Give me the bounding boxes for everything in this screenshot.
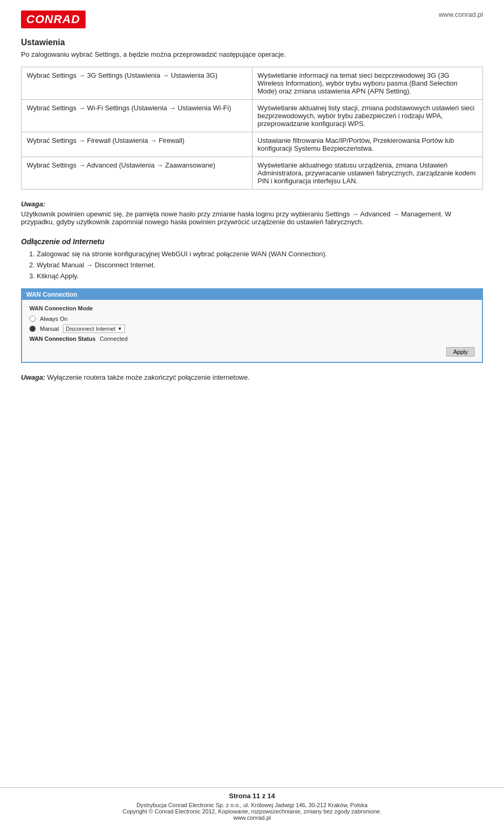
page-footer: Strona 11 z 14 Dystrybucja Conrad Electr… xyxy=(0,787,504,825)
wan-mode-label: WAN Connection Mode xyxy=(29,305,475,311)
intro-text: Po zalogowaniu wybrać Settings, a będzie… xyxy=(21,50,483,58)
header-website: www.conrad.pl xyxy=(438,11,483,18)
list-item: Zalogować się na stronie konfiguracyjnej… xyxy=(37,250,483,258)
wan-body: WAN Connection Mode Always On Manual Dis… xyxy=(22,300,482,362)
footer-website: www.conrad.pl xyxy=(21,814,483,821)
list-item: Kliknąć Apply. xyxy=(37,272,483,280)
footer-company: Dystrybucja Conrad Electronic Sp. z o.o.… xyxy=(21,802,483,808)
table-cell-left-1: Wybrać Settings → Wi-Fi Settings (Ustawi… xyxy=(22,100,253,132)
wan-apply-row: Apply xyxy=(29,347,475,357)
table-row: Wybrać Settings → 3G Settings (Ustawieni… xyxy=(22,67,483,100)
wan-option1-value: Always On xyxy=(40,316,68,322)
page-header: CONRAD www.conrad.pl xyxy=(21,11,483,28)
note1-text: Użytkownik powinien upewnić się, że pami… xyxy=(21,210,483,226)
note1-label: Uwaga: xyxy=(21,200,483,208)
note2-section: Uwaga: Wyłączenie routera także może zak… xyxy=(21,373,483,381)
logo: CONRAD xyxy=(21,11,86,28)
wan-radio-1[interactable] xyxy=(29,316,36,322)
list-item: Wybrać Manual → Disconnect Internet. xyxy=(37,261,483,269)
footer-copyright: Copyright © Conrad Electronic 2012, Kopi… xyxy=(21,808,483,814)
disconnect-steps: Zalogować się na stronie konfiguracyjnej… xyxy=(37,250,483,280)
table-cell-left-3: Wybrać Settings → Advanced (Ustawienia →… xyxy=(22,157,253,190)
table-cell-right-3: Wyświetlanie aktualnego statusu urządzen… xyxy=(252,157,483,190)
table-row: Wybrać Settings → Advanced (Ustawienia →… xyxy=(22,157,483,190)
table-cell-right-1: Wyświetlanie aktualnej listy stacji, zmi… xyxy=(252,100,483,132)
settings-table: Wybrać Settings → 3G Settings (Ustawieni… xyxy=(21,67,483,190)
note2-text: Wyłączenie routera także może zakończyć … xyxy=(47,373,250,381)
wan-status-value: Connected xyxy=(100,336,128,342)
disconnect-section: Odłączenie od Internetu Zalogować się na… xyxy=(21,237,483,280)
note1-section: Uwaga: Użytkownik powinien upewnić się, … xyxy=(21,200,483,226)
wan-option2-prefix: Manual xyxy=(40,326,59,332)
wan-dropdown-value: Disconnect Internet xyxy=(66,326,116,332)
table-row: Wybrać Settings → Firewall (Ustawienia →… xyxy=(22,132,483,157)
wan-status-row: WAN Connection Status Connected xyxy=(29,336,475,342)
wan-option1-row: Always On xyxy=(29,316,475,322)
note2-label: Uwaga: xyxy=(21,373,45,381)
table-cell-left-2: Wybrać Settings → Firewall (Ustawienia →… xyxy=(22,132,253,157)
table-cell-left-0: Wybrać Settings → 3G Settings (Ustawieni… xyxy=(22,67,253,100)
table-cell-right-0: Wyświetlanie informacji na temat sieci b… xyxy=(252,67,483,100)
table-row: Wybrać Settings → Wi-Fi Settings (Ustawi… xyxy=(22,100,483,132)
chevron-down-icon: ▼ xyxy=(118,326,122,331)
wan-status-label: WAN Connection Status xyxy=(29,336,96,342)
page-number: Strona 11 z 14 xyxy=(21,792,483,800)
wan-option2-row: Manual Disconnect Internet ▼ xyxy=(29,325,475,333)
table-cell-right-2: Ustawianie filtrowania Mac/IP/Portów, Pr… xyxy=(252,132,483,157)
logo-area: CONRAD xyxy=(21,11,86,28)
wan-title-bar: WAN Connection xyxy=(22,289,482,300)
disconnect-title: Odłączenie od Internetu xyxy=(21,237,483,246)
page-title: Ustawienia xyxy=(21,38,483,47)
wan-dropdown[interactable]: Disconnect Internet ▼ xyxy=(63,325,125,333)
wan-screenshot: WAN Connection WAN Connection Mode Alway… xyxy=(21,288,483,363)
apply-button[interactable]: Apply xyxy=(446,347,475,357)
wan-radio-2[interactable] xyxy=(29,326,36,332)
